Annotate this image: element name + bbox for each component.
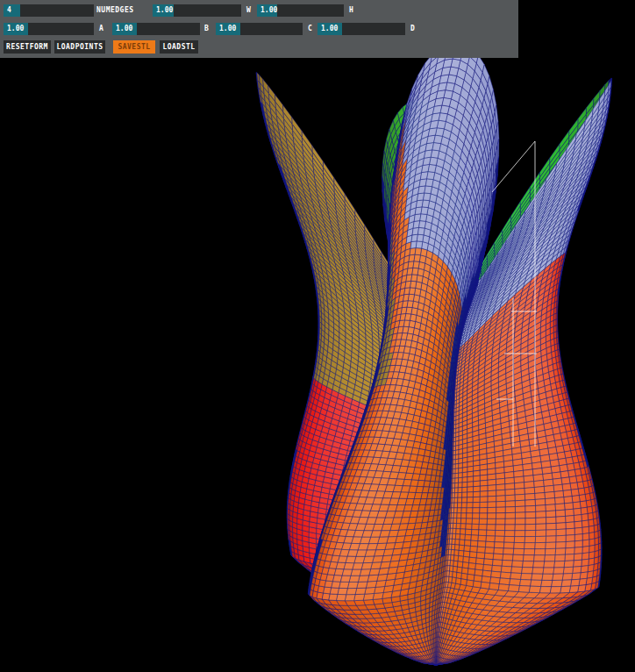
slider-b-value: 1.00	[112, 23, 137, 35]
slider-d[interactable]: 1.00	[318, 23, 405, 35]
slider-d-label: D	[410, 23, 415, 35]
control-panel: 4 NUMEDGES 1.00 W 1.00 H 1.00 A 1.00 B 1…	[0, 0, 518, 58]
slider-h-label: H	[349, 4, 353, 17]
3d-viewport-canvas[interactable]	[0, 0, 635, 672]
slider-h[interactable]: 1.00	[257, 4, 344, 17]
slider-c[interactable]: 1.00	[216, 23, 303, 35]
slider-a-value: 1.00	[4, 23, 28, 35]
resetform-button[interactable]: RESETFORM	[4, 40, 51, 54]
app-window: 4 NUMEDGES 1.00 W 1.00 H 1.00 A 1.00 B 1…	[0, 0, 635, 672]
slider-b[interactable]: 1.00	[112, 23, 200, 35]
loadpoints-button[interactable]: LOADPOINTS	[54, 40, 105, 54]
slider-b-label: B	[204, 23, 209, 35]
slider-h-value: 1.00	[257, 4, 277, 17]
slider-d-value: 1.00	[318, 23, 342, 35]
loadstl-button[interactable]: LOADSTL	[160, 40, 198, 54]
slider-a-label: A	[99, 23, 103, 35]
slider-a[interactable]: 1.00	[4, 23, 94, 35]
slider-w[interactable]: 1.00	[153, 4, 241, 17]
slider-w-label: W	[246, 4, 251, 17]
slider-numedges-value: 4	[4, 4, 20, 17]
slider-numedges-label: NUMEDGES	[96, 4, 134, 17]
slider-c-value: 1.00	[216, 23, 240, 35]
savestl-button[interactable]: SAVESTL	[113, 40, 155, 54]
slider-numedges[interactable]: 4	[4, 4, 94, 17]
slider-w-value: 1.00	[153, 4, 174, 17]
slider-c-label: C	[308, 23, 312, 35]
